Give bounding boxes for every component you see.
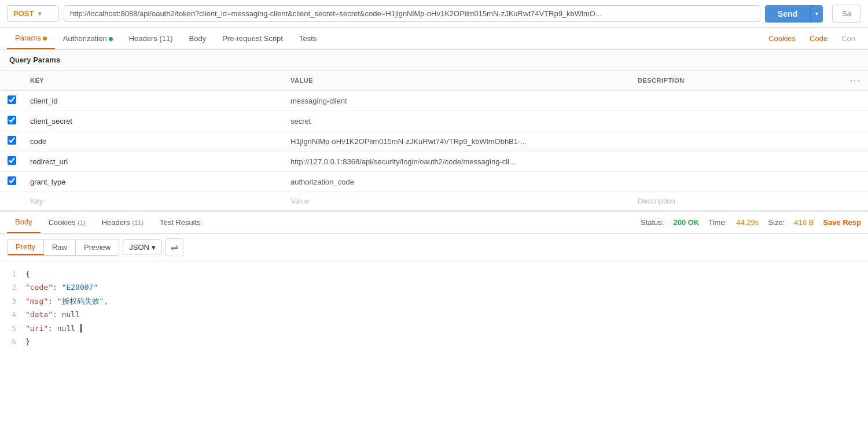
send-dropdown-button[interactable]: ▾ — [810, 5, 823, 23]
code-line: 6 } — [7, 335, 861, 348]
tab-authorization[interactable]: Authorization — [55, 28, 121, 49]
status-area: Status: 200 OK Time: 44.29s Size: 416 B … — [641, 218, 861, 227]
json-key: "uri" — [25, 324, 48, 333]
format-btn-group: Pretty Raw Preview — [7, 239, 119, 256]
row-key: grant_type — [23, 172, 284, 192]
row-description — [631, 91, 843, 111]
time-label: Time: — [708, 218, 727, 227]
row-actions — [843, 111, 868, 131]
col-key: KEY — [23, 71, 284, 91]
params-dot — [43, 36, 47, 40]
type-select[interactable]: JSON ▾ — [123, 239, 162, 255]
url-input[interactable] — [64, 5, 760, 22]
tab-headers[interactable]: Headers (11) — [121, 28, 181, 49]
size-label: Size: — [768, 218, 785, 227]
send-btn-group: Send ▾ — [765, 5, 823, 23]
row-checkbox-cell — [0, 131, 23, 152]
placeholder-checkbox-cell — [0, 192, 23, 211]
method-chevron: ▾ — [38, 10, 41, 17]
code-content: { — [25, 267, 861, 281]
format-raw-button[interactable]: Raw — [44, 239, 76, 255]
row-description — [631, 172, 843, 192]
tab-prerequest[interactable]: Pre-request Script — [214, 28, 291, 49]
method-select[interactable]: POST ▾ — [7, 5, 59, 22]
bottom-tab-headers[interactable]: Headers (11) — [94, 212, 152, 233]
row-key: client_secret — [23, 111, 284, 131]
line-number: 3 — [7, 294, 16, 308]
code-content: "data": null — [25, 308, 861, 321]
row-description — [631, 111, 843, 131]
line-number: 1 — [7, 267, 16, 281]
save-response-button[interactable]: Save Resp — [823, 218, 861, 227]
row-checkbox-cell — [0, 111, 23, 131]
json-key: "msg" — [25, 297, 48, 305]
code-content: "code": "E20007" — [25, 281, 861, 294]
code-content: } — [25, 335, 861, 348]
row-description — [631, 152, 843, 172]
col-checkbox — [0, 71, 23, 91]
tab-tests[interactable]: Tests — [291, 28, 325, 49]
type-label: JSON — [129, 243, 149, 252]
json-value: "授权码失效" — [57, 297, 104, 305]
row-checkbox[interactable] — [8, 136, 16, 145]
format-preview-button[interactable]: Preview — [76, 239, 119, 255]
tab-body[interactable]: Body — [181, 28, 215, 49]
row-value: authorization_code — [284, 172, 631, 192]
bottom-tab-body[interactable]: Body — [7, 212, 41, 233]
row-description — [631, 131, 843, 152]
table-row: client_id messaging-client — [0, 91, 868, 111]
placeholder-description[interactable]: Description — [631, 192, 843, 211]
section-title: Query Params — [0, 50, 868, 71]
code-line: 4 "data": null — [7, 308, 861, 321]
status-value: 200 OK — [673, 218, 699, 227]
code-line: 2 "code": "E20007" — [7, 281, 861, 294]
line-number: 5 — [7, 322, 16, 335]
row-value: messaging-client — [284, 91, 631, 111]
table-row-placeholder: Key Value Description — [0, 192, 868, 211]
time-value: 44.29s — [736, 218, 759, 227]
auth-dot — [109, 37, 113, 41]
method-label: POST — [13, 9, 34, 18]
row-key: code — [23, 131, 284, 152]
row-checkbox[interactable] — [8, 156, 16, 165]
more-options-button[interactable]: ··· — [850, 75, 861, 86]
row-checkbox[interactable] — [8, 176, 16, 185]
placeholder-value[interactable]: Value — [284, 192, 631, 211]
row-value: http://127.0.0.1:8368/api/security/login… — [284, 152, 631, 172]
format-pretty-button[interactable]: Pretty — [8, 239, 44, 255]
row-key: client_id — [23, 91, 284, 111]
wrap-button[interactable]: ⇌ — [165, 238, 183, 256]
json-value: null — [57, 324, 75, 333]
table-row: client_secret secret — [0, 111, 868, 131]
response-toolbar: Pretty Raw Preview JSON ▾ ⇌ — [0, 234, 868, 261]
placeholder-actions — [843, 192, 868, 211]
row-actions — [843, 91, 868, 111]
line-number: 4 — [7, 308, 16, 321]
table-row: redirect_uri http://127.0.0.1:8368/api/s… — [0, 152, 868, 172]
send-button[interactable]: Send — [765, 5, 810, 23]
save-button[interactable]: Sa — [832, 5, 861, 23]
json-key: "data" — [25, 310, 53, 319]
right-tab-code[interactable]: Code — [804, 28, 833, 49]
bottom-tab-cookies[interactable]: Cookies (1) — [41, 212, 94, 233]
right-tab-cookies[interactable]: Cookies — [763, 28, 801, 49]
size-value: 416 B — [794, 218, 814, 227]
type-chevron: ▾ — [152, 243, 156, 252]
row-checkbox[interactable] — [8, 116, 16, 124]
top-tabs-bar: Params Authorization Headers (11) Body P… — [0, 28, 868, 50]
code-content: "uri": null — [25, 322, 861, 335]
row-actions — [843, 152, 868, 172]
row-checkbox[interactable] — [8, 95, 16, 104]
right-tab-con[interactable]: Con — [836, 28, 861, 49]
row-checkbox-cell — [0, 152, 23, 172]
status-label: Status: — [641, 218, 664, 227]
json-value: null — [62, 310, 80, 319]
json-key: "code" — [25, 283, 53, 292]
bottom-tabs-bar: Body Cookies (1) Headers (11) Test Resul… — [0, 211, 868, 234]
tab-params[interactable]: Params — [7, 28, 55, 49]
line-number: 2 — [7, 281, 16, 294]
json-value: "E20007" — [62, 283, 98, 292]
col-value: VALUE — [284, 71, 631, 91]
placeholder-key[interactable]: Key — [23, 192, 284, 211]
bottom-tab-test-results[interactable]: Test Results — [152, 212, 209, 233]
